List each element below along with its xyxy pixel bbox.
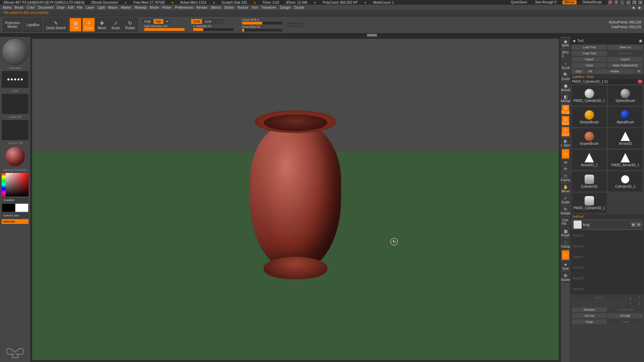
- rot-y-button[interactable]: ⟲: [561, 160, 570, 165]
- import-button[interactable]: Import: [572, 57, 607, 62]
- autoreorder-button[interactable]: AutoReorder: [608, 307, 643, 312]
- menu-macro[interactable]: Macro: [107, 6, 119, 9]
- tool-item-10[interactable]: PM3D_Cylinder3D_1: [572, 193, 607, 213]
- tool-r-badge[interactable]: R: [638, 80, 643, 83]
- viewport-move-button[interactable]: ✋Move: [561, 184, 570, 194]
- bpr-button[interactable]: ◉BPR: [561, 38, 570, 48]
- rgb-toggle[interactable]: Rgb: [154, 19, 163, 24]
- menu-edit[interactable]: Edit: [67, 6, 75, 9]
- lsym-button[interactable]: ◐L.Sym: [561, 138, 570, 148]
- menu-layer[interactable]: Layer: [85, 6, 96, 9]
- color-picker[interactable]: [2, 173, 29, 196]
- menu-preferences[interactable]: Preferences: [174, 6, 195, 9]
- goz-r-button[interactable]: R: [635, 69, 643, 74]
- subtool-row-2[interactable]: Insert 2: [572, 241, 643, 251]
- menu-file[interactable]: File: [76, 6, 84, 9]
- close-icon[interactable]: ✕: [638, 0, 643, 4]
- subtool-row-5[interactable]: Insert 5: [572, 273, 643, 283]
- draw-mode-button[interactable]: ✛Draw: [82, 18, 95, 32]
- menus-toggle[interactable]: Menus: [562, 0, 577, 4]
- menu-transform[interactable]: Transform: [260, 6, 277, 9]
- secondary-color-swatch[interactable]: [2, 204, 15, 212]
- menu-zplugin[interactable]: Zplugin: [278, 6, 292, 9]
- menu-draw[interactable]: Draw: [55, 6, 66, 9]
- window-help-icon[interactable]: ?: [614, 0, 619, 4]
- scroll-button[interactable]: ↕Scroll: [561, 60, 570, 70]
- menu-movie[interactable]: Movie: [149, 6, 160, 9]
- move-mode-button[interactable]: ✥Move: [96, 18, 108, 32]
- copy-subtool-button[interactable]: Copy: [572, 319, 607, 324]
- subtool-row-3[interactable]: Insert 3: [572, 252, 643, 262]
- menu-alpha[interactable]: Alpha: [1, 6, 13, 9]
- move-up-icon[interactable]: ⇈: [627, 301, 634, 306]
- tool-item-3[interactable]: AlphaBrush: [608, 107, 643, 127]
- arrow-down-icon[interactable]: ▼: [635, 295, 643, 300]
- save-as-button[interactable]: Save As: [608, 45, 643, 50]
- xpose-button[interactable]: ⊞Xpose: [561, 272, 570, 282]
- minimize-icon[interactable]: _: [620, 0, 625, 4]
- all-low-button[interactable]: All Low: [572, 313, 607, 318]
- material-selector[interactable]: [5, 147, 25, 166]
- sculpt-object[interactable]: [238, 99, 353, 287]
- paint-icon[interactable]: ◉: [631, 222, 636, 227]
- draw-size-slider[interactable]: Draw Size 51: [242, 25, 282, 32]
- spix-button[interactable]: SPix 3: [561, 49, 570, 59]
- subtool-row-1[interactable]: Insert 1: [572, 230, 643, 240]
- arrow-up-icon[interactable]: ▲: [627, 295, 634, 300]
- focal-shift-slider[interactable]: Focal Shift 0: [242, 18, 282, 24]
- persp-button[interactable]: ▦Persp: [561, 105, 570, 115]
- panel-collapse-left-icon[interactable]: ◀: [631, 6, 636, 9]
- zsub-toggle[interactable]: Zsub: [203, 19, 213, 24]
- panel-prev-icon[interactable]: ◀: [573, 39, 575, 43]
- rgb-intensity-slider[interactable]: Rgb Intensity 100: [144, 24, 184, 31]
- goz-visible-button[interactable]: Visible: [595, 69, 634, 74]
- export-button[interactable]: Export: [608, 57, 643, 62]
- menu-document[interactable]: Document: [37, 6, 55, 9]
- subtool-row-6[interactable]: Insert 6: [572, 284, 643, 294]
- panel-close-icon[interactable]: ▣: [639, 39, 642, 43]
- document-scrollbar[interactable]: [0, 34, 644, 37]
- zcut-toggle[interactable]: Zcut: [214, 19, 224, 24]
- actual-button[interactable]: ▣Actual: [561, 82, 570, 93]
- menu-picker[interactable]: Picker: [161, 6, 173, 9]
- load-tool-button[interactable]: Load Tool: [572, 45, 607, 50]
- mrgb-toggle[interactable]: Mrgb: [142, 19, 153, 24]
- alpha-selector[interactable]: [2, 94, 29, 114]
- make-polymesh-button[interactable]: Make PolyMesh3D: [608, 63, 643, 68]
- zoom-button[interactable]: 🔍Zoom: [561, 71, 570, 81]
- menu-material[interactable]: Material: [133, 6, 148, 9]
- tool-item-7[interactable]: PM3D_Arrow3D_1: [608, 150, 643, 170]
- menu-render[interactable]: Render: [195, 6, 209, 9]
- solo-button[interactable]: ●Solo: [561, 261, 570, 271]
- panel-collapse-right-icon[interactable]: ▶: [637, 6, 643, 9]
- menu-tool[interactable]: Tool: [250, 6, 259, 9]
- move-down-icon[interactable]: ⇊: [635, 301, 643, 306]
- maximize-icon[interactable]: ▢: [626, 0, 631, 4]
- menu-light[interactable]: Light: [96, 6, 106, 9]
- projection-master-button[interactable]: Projection Master: [3, 18, 22, 32]
- brush-selector[interactable]: [2, 38, 29, 65]
- aahalf-button[interactable]: ◧AAHalf: [561, 94, 570, 104]
- tool-item-1[interactable]: SphereBrush: [608, 85, 643, 106]
- rotate-mode-button[interactable]: ↻Rotate: [123, 18, 137, 32]
- tool-item-0[interactable]: PM3D_Cylinder3D_1: [572, 85, 607, 106]
- alternate-button[interactable]: Alternate: [2, 219, 29, 224]
- m-toggle[interactable]: M: [164, 19, 171, 24]
- lightbox-button[interactable]: LightBox: [23, 18, 42, 32]
- scale-mode-button[interactable]: ⤢Scale: [109, 18, 122, 32]
- transp-button[interactable]: ◌Transp: [561, 239, 570, 249]
- menu-texture[interactable]: Texture: [236, 6, 250, 9]
- viewport[interactable]: [30, 37, 561, 362]
- see-through-slider[interactable]: See-through 0: [533, 0, 558, 4]
- menu-stroke[interactable]: Stroke: [223, 6, 235, 9]
- stroke-selector[interactable]: [2, 71, 29, 88]
- gradient-toggle[interactable]: Gradient: [2, 198, 29, 202]
- menu-marker[interactable]: Marker: [119, 6, 132, 9]
- viewport-scale-button[interactable]: ⤢Scale: [561, 195, 570, 205]
- rot-z-button[interactable]: ⟳: [561, 166, 570, 172]
- quicksave-button[interactable]: QuickSave: [509, 0, 529, 4]
- tool-item-6[interactable]: Arrow3D_1: [572, 150, 607, 170]
- switch-color-button[interactable]: SwitchColor: [2, 213, 29, 218]
- clone-button[interactable]: Clone: [572, 63, 607, 68]
- zadd-toggle[interactable]: Zadd: [191, 19, 202, 24]
